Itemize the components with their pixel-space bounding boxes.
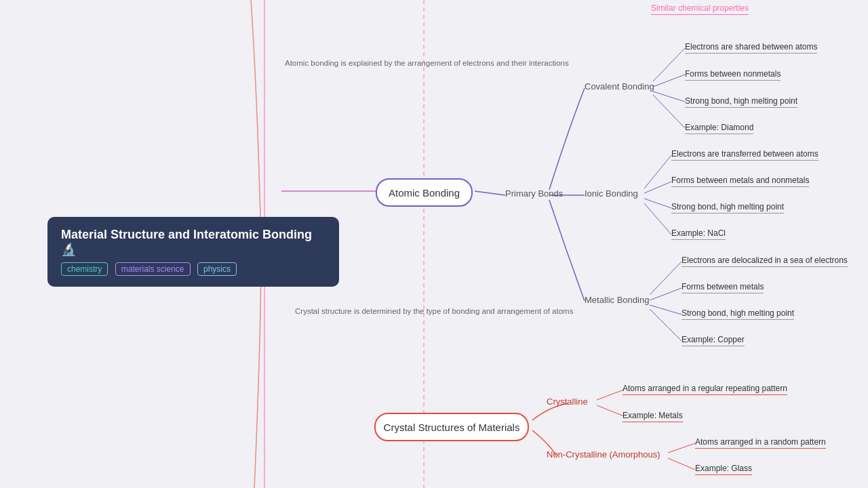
covalent-leaf-1: Forms between nonmetals <box>685 69 781 81</box>
crystal-structures-node: Crystal Structures of Materials <box>374 413 529 441</box>
svg-line-3 <box>653 48 685 81</box>
svg-line-7 <box>644 155 671 188</box>
tag-chemistry: chemistry <box>61 262 108 276</box>
crystalline-leaf-1: Example: Metals <box>623 411 683 422</box>
covalent-leaf-0: Electrons are shared between atoms <box>685 42 817 54</box>
ionic-leaf-1: Forms between metals and nonmetals <box>671 176 809 187</box>
tag-physics: physics <box>197 262 237 276</box>
svg-line-5 <box>653 92 685 102</box>
primary-bonds-node: Primary Bonds <box>505 188 563 199</box>
crystalline-node: Crystalline <box>547 396 588 407</box>
svg-line-16 <box>597 405 624 416</box>
svg-line-4 <box>653 75 685 87</box>
svg-line-9 <box>644 199 671 208</box>
covalent-leaf-2: Strong bond, high melting point <box>685 96 797 108</box>
svg-line-18 <box>668 458 695 470</box>
metallic-leaf-0: Electrons are delocalized in a sea of el… <box>682 256 848 267</box>
metallic-leaf-2: Strong bond, high melting point <box>682 308 794 320</box>
annotation-middle: Crystal structure is determined by the t… <box>295 307 573 315</box>
tag-materials: materials science <box>115 262 191 276</box>
metallic-leaf-3: Example: Copper <box>682 335 745 346</box>
ionic-leaf-2: Strong bond, high melting point <box>671 202 784 214</box>
non-crystalline-leaf-1: Example: Glass <box>695 464 752 475</box>
card-tags: chemistry materials science physics <box>61 262 326 276</box>
svg-line-1 <box>475 191 505 195</box>
svg-line-13 <box>650 305 682 314</box>
svg-line-6 <box>653 95 685 128</box>
svg-line-10 <box>644 203 671 235</box>
ionic-leaf-0: Electrons are transferred between atoms <box>671 149 818 161</box>
svg-line-8 <box>644 182 671 193</box>
svg-line-15 <box>597 390 624 400</box>
crystalline-leaf-0: Atoms arranged in a regular repeating pa… <box>623 384 787 395</box>
covalent-leaf-3: Example: Diamond <box>685 123 753 134</box>
svg-line-12 <box>650 288 682 300</box>
metallic-bonding-node: Metallic Bonding <box>585 295 649 305</box>
metallic-leaf-1: Forms between metals <box>682 282 764 293</box>
svg-line-17 <box>668 443 695 453</box>
svg-line-14 <box>650 309 682 341</box>
card-title: Material Structure and Interatomic Bondi… <box>61 228 326 257</box>
atomic-bonding-node: Atomic Bonding <box>376 178 473 207</box>
info-card: Material Structure and Interatomic Bondi… <box>47 217 339 287</box>
svg-line-11 <box>650 262 682 295</box>
ionic-leaf-3: Example: NaCl <box>671 228 726 240</box>
similar-chem-leaf: Similar chemical properties <box>651 3 749 15</box>
ionic-bonding-node: Ionic Bonding <box>585 188 638 199</box>
non-crystalline-node: Non-Crystalline (Amorphous) <box>547 449 660 460</box>
covalent-bonding-node: Covalent Bonding <box>585 81 654 92</box>
annotation-top: Atomic bonding is explained by the arran… <box>285 59 569 67</box>
non-crystalline-leaf-0: Atoms arranged in a random pattern <box>695 437 826 449</box>
